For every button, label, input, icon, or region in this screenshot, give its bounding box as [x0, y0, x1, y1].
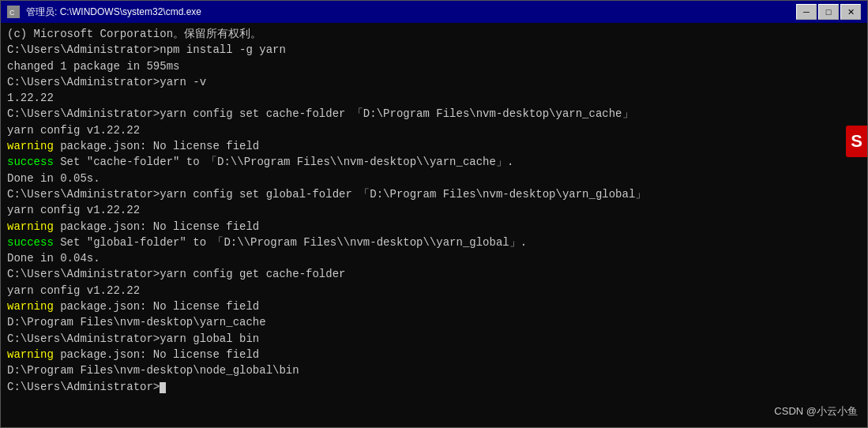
- watermark-csdn: CSDN @小云小鱼: [774, 404, 858, 419]
- terminal-line: Done in 0.05s.: [7, 171, 861, 186]
- terminal-line: (c) Microsoft Corporation。保留所有权利。: [7, 26, 861, 42]
- terminal-line: warning package.json: No license field: [7, 219, 861, 235]
- window-title: 管理员: C:\WINDOWS\system32\cmd.exe: [26, 6, 201, 19]
- title-bar: C 管理员: C:\WINDOWS\system32\cmd.exe ─ □ ✕: [1, 1, 867, 23]
- terminal-line: D:\Program Files\nvm-desktop\node_global…: [7, 362, 861, 378]
- terminal-line: C:\Users\Administrator>yarn -v: [7, 74, 861, 90]
- title-bar-left: C 管理员: C:\WINDOWS\system32\cmd.exe: [7, 6, 201, 19]
- cmd-icon: C: [7, 6, 20, 18]
- terminal-line: C:\Users\Administrator>: [7, 379, 861, 395]
- terminal-line: C:\Users\Administrator>yarn config get c…: [7, 266, 861, 282]
- terminal-line: Done in 0.04s.: [7, 250, 861, 266]
- terminal-line: C:\Users\Administrator>npm install -g ya…: [7, 42, 861, 58]
- cmd-window: C 管理员: C:\WINDOWS\system32\cmd.exe ─ □ ✕…: [0, 0, 868, 428]
- terminal-line: yarn config v1.22.22: [7, 283, 861, 298]
- terminal-line: C:\Users\Administrator>yarn global bin: [7, 331, 861, 347]
- terminal-line: warning package.json: No license field: [7, 347, 861, 362]
- terminal-line: yarn config v1.22.22: [7, 122, 861, 138]
- maximize-button[interactable]: □: [818, 4, 839, 20]
- window-controls: ─ □ ✕: [796, 4, 861, 20]
- terminal-body[interactable]: (c) Microsoft Corporation。保留所有权利。C:\User…: [1, 23, 867, 427]
- close-button[interactable]: ✕: [840, 4, 861, 20]
- terminal-line: warning package.json: No license field: [7, 138, 861, 154]
- terminal-line: success Set "cache-folder" to 「D:\\Progr…: [7, 154, 861, 170]
- terminal-line: warning package.json: No license field: [7, 298, 861, 314]
- terminal-line: changed 1 package in 595ms: [7, 58, 861, 74]
- watermark-s-badge: S: [846, 126, 867, 157]
- terminal-line: success Set "global-folder" to 「D:\\Prog…: [7, 235, 861, 250]
- terminal-output: (c) Microsoft Corporation。保留所有权利。C:\User…: [7, 26, 861, 395]
- terminal-line: yarn config v1.22.22: [7, 202, 861, 218]
- minimize-button[interactable]: ─: [796, 4, 817, 20]
- terminal-line: C:\Users\Administrator>yarn config set g…: [7, 186, 861, 202]
- svg-text:C: C: [9, 9, 15, 17]
- terminal-line: C:\Users\Administrator>yarn config set c…: [7, 106, 861, 122]
- terminal-line: 1.22.22: [7, 90, 861, 106]
- terminal-line: D:\Program Files\nvm-desktop\yarn_cache: [7, 314, 861, 330]
